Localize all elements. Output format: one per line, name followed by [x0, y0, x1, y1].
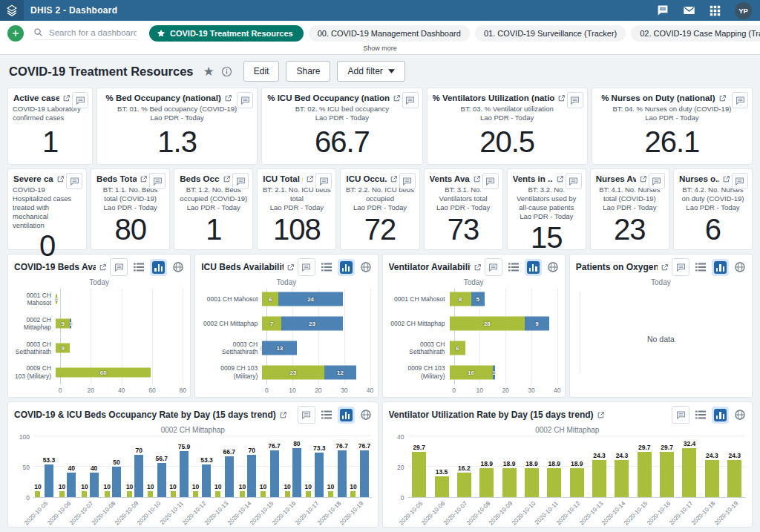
comment-button[interactable] [298, 258, 315, 276]
comment-button[interactable] [672, 406, 689, 424]
bar-label: 10 [34, 483, 41, 490]
comment-icon [570, 96, 580, 105]
comment-button[interactable] [485, 258, 502, 276]
dashboard-chip[interactable]: 01. COVID-19 Surveillance (Tracker) [475, 25, 626, 42]
star-icon[interactable]: ★ [203, 65, 214, 78]
bar-label: 6 [456, 344, 459, 351]
table-view-button[interactable] [695, 410, 707, 420]
comment-button[interactable] [237, 92, 253, 108]
chart-view-button[interactable] [525, 259, 542, 276]
table-view-button[interactable] [508, 262, 520, 272]
app-header: DHIS 2 - Dashboard YP [0, 0, 760, 21]
no-data-message: No data [576, 335, 746, 344]
comment-button[interactable] [672, 258, 689, 276]
comment-button[interactable] [402, 92, 419, 108]
chart-subtitle: Today [14, 278, 184, 286]
table-view-button[interactable] [695, 262, 707, 272]
chart-subtitle: 0002 CH Mittaphap [14, 426, 372, 434]
dashboard-chip[interactable]: COVID-19 Treatment Resources [149, 25, 304, 42]
comment-icon [153, 177, 163, 186]
map-view-button[interactable] [360, 261, 372, 273]
map-view-button[interactable] [734, 261, 746, 273]
comment-button[interactable] [649, 173, 665, 189]
show-more-link[interactable]: Show more [7, 42, 753, 54]
open-in-app-icon[interactable] [718, 94, 727, 102]
share-button[interactable]: Share [286, 61, 330, 82]
comment-button[interactable] [232, 173, 249, 189]
bar [171, 491, 176, 497]
bar-label: 13 [276, 344, 283, 351]
map-view-button[interactable] [734, 409, 746, 421]
open-in-app-icon[interactable] [556, 175, 564, 183]
comment-button[interactable] [315, 173, 332, 189]
y-tick: 50 [23, 464, 30, 471]
open-in-app-icon[interactable] [597, 411, 605, 419]
open-in-app-icon[interactable] [286, 263, 295, 272]
user-avatar[interactable]: YP [735, 2, 752, 19]
bar-label: 29.7 [661, 444, 673, 451]
comment-button[interactable] [399, 173, 416, 189]
info-icon[interactable] [221, 66, 232, 77]
table-view-button[interactable] [133, 262, 145, 272]
chart-view-button[interactable] [712, 407, 729, 424]
comment-button[interactable] [149, 173, 166, 189]
comment-button[interactable] [732, 92, 748, 108]
bar-label: 73.3 [313, 444, 326, 452]
dashboard-chip[interactable]: 00. COVID-19 Management Dashboard [309, 25, 470, 42]
dashboard-chip[interactable]: 02. COVID-19 Case Mapping (Tracker) [631, 25, 760, 42]
comment-button[interactable] [66, 173, 82, 189]
value-cards-row-1: Active casesCOVID-19 Laboratory confirme… [7, 88, 753, 165]
map-view-button[interactable] [360, 409, 372, 421]
table-view-button[interactable] [321, 410, 332, 420]
bar-label: 7 [270, 321, 273, 327]
open-in-app-icon[interactable] [557, 94, 566, 102]
map-view-button[interactable] [547, 261, 559, 273]
open-in-app-icon[interactable] [99, 263, 107, 272]
open-in-app-icon[interactable] [56, 175, 65, 183]
category-label: 0001 CH Mahosot [201, 295, 262, 303]
open-in-app-icon[interactable] [306, 175, 314, 183]
dhis2-logo-icon[interactable] [0, 0, 24, 21]
chart-view-button[interactable] [338, 407, 355, 424]
chart-card: ICU Beds Availability by Hos...Today0001… [194, 254, 378, 398]
table-view-button[interactable] [321, 262, 332, 272]
open-in-app-icon[interactable] [140, 175, 148, 183]
apps-grid-icon[interactable] [710, 5, 721, 16]
x-tick: 10 [476, 387, 483, 394]
comment-button[interactable] [72, 92, 88, 108]
comment-button[interactable] [298, 406, 315, 424]
add-dashboard-button[interactable] [7, 25, 24, 42]
comment-button[interactable] [482, 173, 499, 189]
comment-icon [676, 410, 686, 420]
open-in-app-icon[interactable] [473, 175, 481, 183]
chart-view-button[interactable] [712, 259, 729, 276]
open-in-app-icon[interactable] [474, 263, 482, 272]
open-in-app-icon[interactable] [390, 175, 398, 183]
open-in-app-icon[interactable] [722, 175, 730, 183]
chip-label: 02. COVID-19 Case Mapping (Tracker) [640, 29, 760, 38]
open-in-app-icon[interactable] [661, 263, 669, 272]
comment-button[interactable] [567, 92, 583, 108]
bar-label: 18.9 [571, 460, 583, 467]
bar-label: 9 [61, 344, 64, 351]
chart-view-button[interactable] [150, 259, 167, 276]
open-in-app-icon[interactable] [223, 175, 231, 183]
edit-button[interactable]: Edit [243, 61, 280, 82]
bar [412, 452, 426, 497]
comment-button[interactable] [566, 173, 582, 189]
open-in-app-icon[interactable] [62, 94, 71, 102]
open-in-app-icon[interactable] [279, 411, 287, 419]
add-filter-button[interactable]: Add filter [337, 61, 404, 82]
comment-button[interactable] [110, 258, 128, 276]
open-in-app-icon[interactable] [639, 175, 647, 183]
map-view-button[interactable] [172, 261, 184, 273]
mail-icon[interactable] [683, 4, 695, 16]
bar-label: 10 [169, 483, 176, 490]
open-in-app-icon[interactable] [393, 94, 401, 102]
chart-view-button[interactable] [338, 259, 355, 276]
messages-icon[interactable] [657, 4, 669, 16]
dashboard-search-input[interactable] [48, 27, 138, 38]
bar-chart-icon [152, 261, 165, 274]
comment-button[interactable] [732, 173, 748, 189]
open-in-app-icon[interactable] [224, 94, 232, 102]
